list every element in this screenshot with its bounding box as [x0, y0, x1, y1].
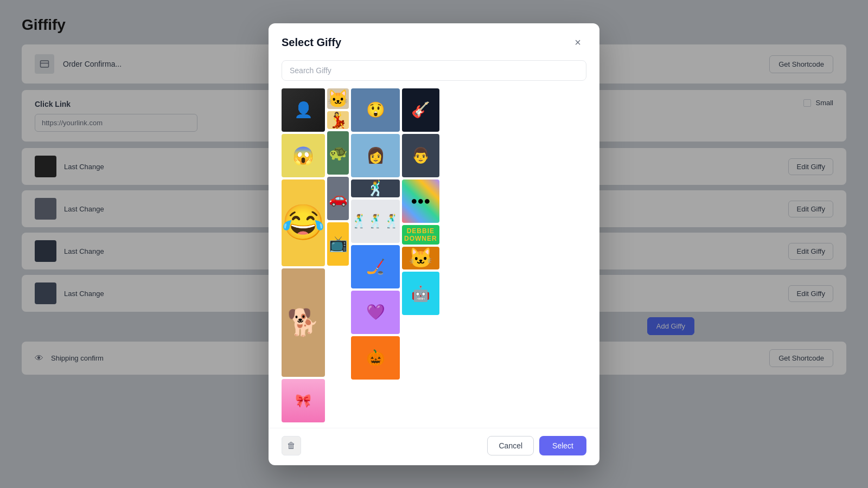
gif-item-hockey[interactable]: 🏒 [351, 245, 400, 288]
modal-header: Select Giffy × [269, 23, 599, 60]
modal-title: Select Giffy [282, 36, 341, 49]
gif-item-surprised[interactable]: 😲 [351, 88, 400, 132]
gif-item-women-yellow[interactable]: 💃 [327, 111, 349, 129]
modal-search-container [269, 60, 599, 88]
select-button[interactable]: Select [539, 436, 586, 455]
gif-item-road[interactable]: 🚗 [327, 177, 349, 220]
gif-columns: 👤 😱 😂 🐕 🎀 🐱 💃 🐢 [282, 88, 586, 422]
gif-col-4: 🎸 👨 ●●● DEBBIEDOWNER 🐱 🤖 [402, 88, 439, 422]
select-giffy-modal: Select Giffy × 👤 😱 😂 🐕 [269, 23, 599, 465]
gif-item-chihuahua[interactable]: 🐕 [282, 268, 325, 377]
gif-item-guitar[interactable]: 🎸 [402, 88, 439, 132]
gif-item-debbie-downer[interactable]: DEBBIEDOWNER [402, 225, 439, 245]
gif-item-orange-blob[interactable]: 🎃 [351, 336, 400, 380]
gif-item-purple-woman[interactable]: 💜 [351, 291, 400, 334]
gif-item-cat[interactable]: 🐱 [327, 88, 349, 109]
gif-item-man[interactable]: 👤 [282, 88, 325, 132]
modal-footer: 🗑 Cancel Select [269, 428, 599, 465]
gif-item-colorful-dots[interactable]: ●●● [402, 179, 439, 223]
cancel-button[interactable]: Cancel [487, 436, 534, 455]
gif-item-three-dance[interactable]: 🕺🕺🕺 [351, 200, 400, 243]
gif-item-young-man[interactable]: 👨 [402, 134, 439, 177]
gif-col-2: 🐱 💃 🐢 🚗 📺 [327, 88, 349, 422]
gif-item-simpsons[interactable]: 📺 [327, 222, 349, 266]
footer-actions: Cancel Select [487, 436, 586, 455]
search-input[interactable] [282, 60, 586, 81]
modal-close-button[interactable]: × [569, 34, 586, 52]
gif-item-cartoon[interactable]: 😱 [282, 134, 325, 177]
gif-col-3: 😲 👩 🕺 🕺🕺🕺 🏒 💜 🎃 [351, 88, 400, 422]
gif-item-futurama[interactable]: 🤖 [402, 272, 439, 315]
gif-item-blonde[interactable]: 👩 [351, 134, 400, 177]
modal-gif-body: 👤 😱 😂 🐕 🎀 🐱 💃 🐢 [269, 88, 599, 428]
trash-button[interactable]: 🗑 [282, 436, 301, 455]
gif-col-1: 👤 😱 😂 🐕 🎀 [282, 88, 325, 422]
gif-item-dance-silhouette[interactable]: 🕺 [351, 179, 400, 197]
gif-item-turtle[interactable]: 🐢 [327, 131, 349, 175]
gif-item-cat-climbing[interactable]: 🐱 [402, 247, 439, 269]
gif-item-emoji-laugh[interactable]: 😂 [282, 179, 325, 266]
modal-overlay: Select Giffy × 👤 😱 😂 🐕 [0, 0, 868, 488]
gif-item-pink[interactable]: 🎀 [282, 379, 325, 422]
